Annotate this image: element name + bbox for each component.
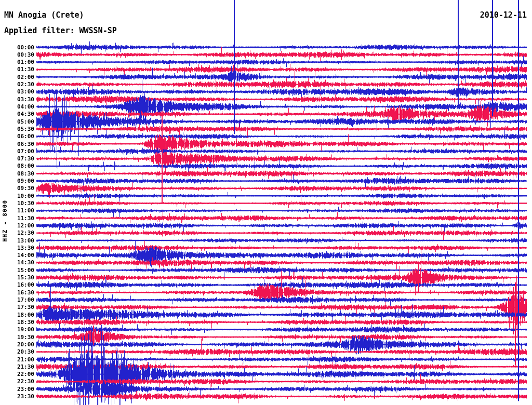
time-label: 05:00 bbox=[0, 119, 34, 125]
time-label: 02:00 bbox=[0, 74, 34, 80]
time-label: 07:30 bbox=[0, 156, 34, 161]
time-label: 15:30 bbox=[0, 275, 34, 280]
helicorder-page: MN Anogia (Crete) Applied filter: WWSSN-… bbox=[0, 0, 532, 405]
time-label: 17:30 bbox=[0, 304, 34, 310]
time-label: 04:30 bbox=[0, 111, 34, 117]
time-label: 00:00 bbox=[0, 45, 34, 50]
time-label: 16:30 bbox=[0, 290, 34, 295]
time-label: 09:00 bbox=[0, 178, 34, 184]
time-label: 21:00 bbox=[0, 357, 34, 362]
time-label: 03:30 bbox=[0, 97, 34, 102]
time-label: 05:30 bbox=[0, 126, 34, 132]
time-label: 17:00 bbox=[0, 297, 34, 303]
time-label: 22:00 bbox=[0, 371, 34, 377]
time-label: 10:00 bbox=[0, 193, 34, 199]
time-label: 12:00 bbox=[0, 223, 34, 228]
time-label: 00:30 bbox=[0, 52, 34, 58]
time-label: 14:30 bbox=[0, 260, 34, 265]
time-label: 16:00 bbox=[0, 282, 34, 288]
seismogram-canvas bbox=[0, 0, 532, 405]
time-label: 09:30 bbox=[0, 185, 34, 191]
time-label: 21:30 bbox=[0, 364, 34, 370]
time-label: 01:00 bbox=[0, 59, 34, 65]
filter-label: Applied filter: WWSSN-SP bbox=[4, 26, 117, 35]
time-label: 12:30 bbox=[0, 230, 34, 236]
time-label: 13:30 bbox=[0, 245, 34, 251]
time-label: 20:00 bbox=[0, 342, 34, 347]
time-label: 10:30 bbox=[0, 200, 34, 206]
time-label: 23:00 bbox=[0, 386, 34, 392]
time-label: 08:00 bbox=[0, 163, 34, 169]
time-label: 13:00 bbox=[0, 238, 34, 244]
time-label: 20:30 bbox=[0, 349, 34, 355]
time-label: 07:00 bbox=[0, 148, 34, 154]
time-label: 14:00 bbox=[0, 252, 34, 258]
time-label: 19:00 bbox=[0, 327, 34, 332]
time-label: 18:00 bbox=[0, 312, 34, 318]
time-label: 01:30 bbox=[0, 66, 34, 72]
time-label: 23:30 bbox=[0, 394, 34, 399]
time-label: 15:00 bbox=[0, 267, 34, 273]
time-label: 22:30 bbox=[0, 379, 34, 384]
time-label: 04:00 bbox=[0, 104, 34, 110]
time-label: 06:00 bbox=[0, 133, 34, 139]
time-label: 03:00 bbox=[0, 89, 34, 95]
time-label: 18:30 bbox=[0, 319, 34, 325]
time-label: 11:00 bbox=[0, 208, 34, 213]
time-label: 11:30 bbox=[0, 215, 34, 221]
time-label: 02:30 bbox=[0, 82, 34, 87]
time-label: 08:30 bbox=[0, 171, 34, 177]
time-label: 06:30 bbox=[0, 141, 34, 147]
station-title: MN Anogia (Crete) bbox=[4, 10, 84, 20]
time-label: 19:30 bbox=[0, 334, 34, 340]
date-label: 2010-12-11 bbox=[480, 10, 527, 20]
